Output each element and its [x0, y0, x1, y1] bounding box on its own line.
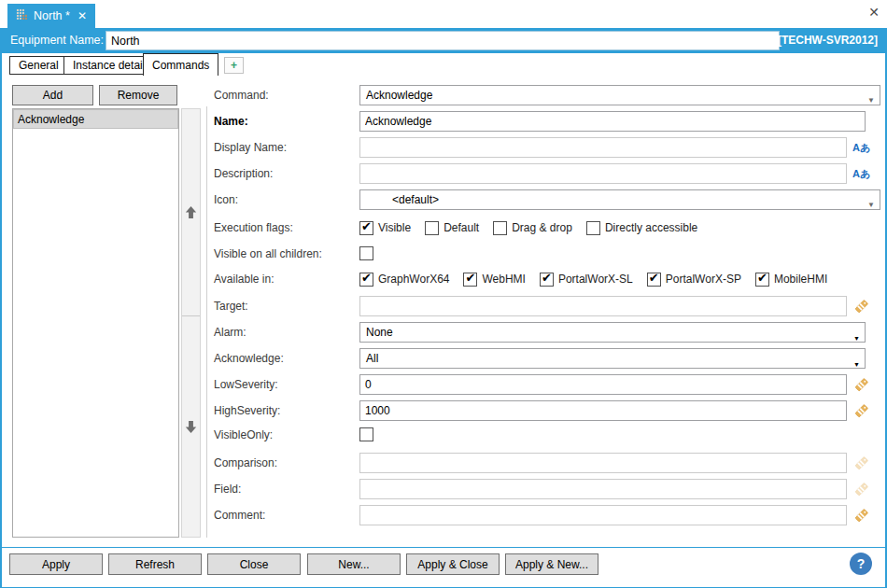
document-tab-north[interactable]: North * ✕	[7, 4, 95, 28]
checkbox-option-drag-drop[interactable]: Drag & drop	[493, 221, 572, 235]
display-name-input[interactable]	[359, 137, 847, 158]
form-row-execution-flags: Execution flags: VisibleDefaultDrag & dr…	[214, 220, 880, 235]
checkbox[interactable]	[540, 273, 554, 287]
checkbox[interactable]	[359, 273, 373, 287]
alarm-dropdown[interactable]: None ▼	[359, 322, 866, 343]
list-item[interactable]: Acknowledge	[13, 109, 178, 129]
comment-input[interactable]	[359, 505, 847, 525]
form-row-comparison: Comparison:	[214, 453, 880, 473]
description-label: Description:	[214, 163, 354, 184]
form-row-low-severity: LowSeverity:	[214, 374, 880, 395]
high-severity-label: HighSeverity:	[214, 400, 354, 421]
close-button[interactable]: Close	[207, 553, 301, 575]
description-input[interactable]	[359, 163, 847, 184]
checkbox-option-portalworx-sl[interactable]: PortalWorX-SL	[540, 273, 633, 287]
down-arrow-icon	[185, 420, 197, 434]
checkbox-label: MobileHMI	[774, 273, 827, 286]
alarm-value: None	[366, 326, 393, 339]
command-value: Acknowledge	[366, 89, 432, 102]
low-severity-input[interactable]	[359, 374, 847, 395]
remove-button[interactable]: Remove	[99, 85, 177, 105]
tag-browse-icon[interactable]	[854, 299, 869, 314]
chevron-down-icon: ▼	[867, 91, 875, 110]
document-tab-bar: North * ✕ ✕	[0, 0, 887, 28]
localization-icon[interactable]: Aあ	[852, 141, 870, 155]
target-input[interactable]	[359, 296, 847, 316]
form-row-available-in: Available in: GraphWorX64WebHMIPortalWor…	[214, 272, 880, 287]
checkbox[interactable]	[359, 221, 373, 235]
form-row-display-name: Display Name: Aあ	[214, 137, 880, 158]
tab-commands[interactable]: Commands	[143, 53, 218, 76]
chevron-down-icon: ▼	[867, 196, 875, 215]
icon-dropdown[interactable]: <default> ▼	[359, 189, 880, 210]
tag-browse-icon-disabled	[854, 455, 869, 470]
equipment-name-bar: Equipment Name: [TECHW-SVR2012]	[2, 28, 885, 53]
comparison-label: Comparison:	[214, 453, 354, 473]
reorder-strip	[181, 108, 201, 538]
icon-label: Icon:	[214, 189, 354, 210]
high-severity-input[interactable]	[359, 400, 847, 421]
acknowledge-dropdown[interactable]: All ▼	[359, 348, 866, 369]
available-in-group: GraphWorX64WebHMIPortalWorX-SLPortalWorX…	[359, 272, 827, 287]
add-button[interactable]: Add	[12, 85, 93, 105]
name-label: Name:	[214, 111, 354, 132]
panel-separator	[206, 106, 207, 538]
tab-strip: General Instance details Commands +	[2, 53, 885, 75]
checkbox-option-portalworx-sp[interactable]: PortalWorX-SP	[647, 273, 741, 287]
execution-flags-group: VisibleDefaultDrag & dropDirectly access…	[359, 220, 697, 235]
checkbox-option-directly-accessible[interactable]: Directly accessible	[586, 221, 697, 235]
visible-only-label: VisibleOnly:	[214, 427, 354, 442]
checkbox-option-graphworx64[interactable]: GraphWorX64	[359, 273, 449, 287]
footer-button-bar: Apply Refresh Close New... Apply & Close…	[2, 547, 885, 587]
execution-flags-label: Execution flags:	[214, 220, 354, 235]
tag-browse-icon[interactable]	[854, 508, 869, 523]
acknowledge-value: All	[366, 352, 378, 365]
name-input[interactable]	[359, 111, 866, 132]
new-button[interactable]: New...	[307, 553, 401, 575]
command-dropdown[interactable]: Acknowledge ▼	[359, 85, 880, 105]
help-button[interactable]: ?	[850, 553, 872, 575]
checkbox[interactable]	[647, 273, 661, 287]
icon-value: <default>	[392, 193, 439, 206]
checkbox-option-mobilehmi[interactable]: MobileHMI	[755, 273, 827, 287]
chevron-down-icon: ▼	[853, 329, 860, 348]
tag-browse-icon[interactable]	[854, 403, 869, 418]
refresh-button[interactable]: Refresh	[108, 553, 202, 575]
checkbox-option-default[interactable]: Default	[425, 221, 479, 235]
display-name-label: Display Name:	[214, 137, 354, 158]
tag-browse-icon[interactable]	[854, 377, 869, 392]
checkbox-label: PortalWorX-SL	[558, 273, 633, 286]
chevron-down-icon: ▼	[853, 356, 860, 374]
checkbox-label: Directly accessible	[605, 221, 697, 234]
move-down-button[interactable]	[182, 317, 200, 537]
apply-and-new-button[interactable]: Apply & New...	[505, 553, 598, 575]
commands-list[interactable]: Acknowledge	[12, 108, 179, 538]
form-row-target: Target:	[214, 296, 880, 316]
field-label: Field:	[214, 479, 354, 499]
visible-on-all-children-checkbox[interactable]	[359, 246, 373, 260]
checkbox[interactable]	[463, 273, 477, 287]
comparison-input[interactable]	[359, 453, 847, 473]
field-input[interactable]	[359, 479, 847, 499]
form-row-icon: Icon: <default> ▼	[214, 189, 880, 210]
form-row-description: Description: Aあ	[214, 163, 880, 184]
localization-icon[interactable]: Aあ	[852, 167, 870, 181]
window-close-icon[interactable]: ✕	[868, 6, 880, 19]
checkbox[interactable]	[425, 221, 439, 235]
apply-button[interactable]: Apply	[9, 553, 103, 575]
checkbox[interactable]	[586, 221, 600, 235]
checkbox-option-webhmi[interactable]: WebHMI	[463, 273, 525, 287]
available-in-label: Available in:	[214, 272, 354, 287]
checkbox-label: Default	[444, 221, 479, 234]
checkbox[interactable]	[493, 221, 507, 235]
equipment-name-input[interactable]	[106, 31, 780, 50]
workbench-window: North * ✕ ✕ Equipment Name: [TECHW-SVR20…	[0, 0, 887, 588]
visible-only-checkbox[interactable]	[359, 427, 373, 441]
checkbox-option-visible[interactable]: Visible	[359, 221, 411, 235]
move-up-button[interactable]	[182, 109, 200, 316]
tab-general[interactable]: General	[9, 56, 68, 75]
checkbox[interactable]	[755, 273, 769, 287]
document-tab-close-icon[interactable]: ✕	[77, 9, 87, 22]
apply-and-close-button[interactable]: Apply & Close	[406, 553, 500, 575]
tab-add[interactable]: +	[224, 57, 244, 74]
